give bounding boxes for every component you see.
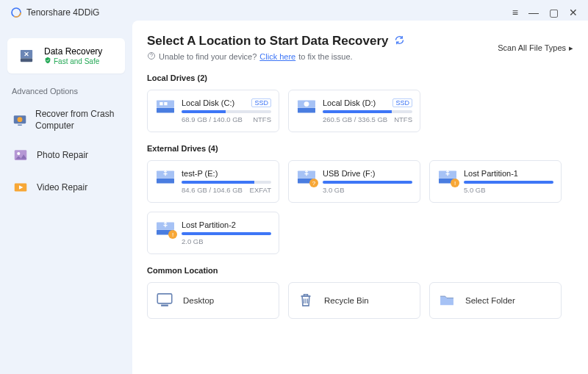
help-text: Unable to find your device? Click here t… <box>147 51 405 62</box>
drive-fs: NTFS <box>253 115 271 123</box>
usb-icon: ? <box>296 168 317 186</box>
location-desktop[interactable]: Desktop <box>147 282 279 319</box>
svg-rect-5 <box>18 124 22 125</box>
monitor-icon <box>12 112 28 129</box>
drive-usage-bar <box>323 181 412 184</box>
sidebar-item-label: Video Repair <box>37 182 87 193</box>
drive-size: 84.6 GB / 104.6 GB <box>182 186 243 194</box>
shield-icon <box>44 57 51 65</box>
svg-rect-27 <box>161 305 168 306</box>
drive-usage-bar <box>182 232 271 235</box>
drive-size: 5.0 GB <box>464 186 486 194</box>
sidebar-item-label: Recover from Crash Computer <box>35 109 121 132</box>
advanced-options-label: Advanced Options <box>0 87 132 101</box>
svg-rect-14 <box>164 102 167 105</box>
usb-icon: ! <box>437 168 458 186</box>
sidebar-item-photo-repair[interactable]: Photo Repair <box>0 139 132 171</box>
drive-size: 68.9 GB / 140.0 GB <box>182 115 243 123</box>
drive-usage-bar <box>464 181 553 184</box>
sidebar-primary-title: Data Recovery <box>44 46 102 57</box>
drive-usage-bar <box>323 110 412 113</box>
svg-rect-11 <box>157 108 174 113</box>
page-title: Select A Location to Start Data Recovery <box>147 34 388 48</box>
svg-point-17 <box>304 101 309 107</box>
svg-rect-26 <box>157 294 172 303</box>
sidebar-item-video-repair[interactable]: Video Repair <box>0 171 132 204</box>
title-bar: Tenorshare 4DDiG ≡ — ▢ ✕ <box>0 0 588 21</box>
ssd-badge: SSD <box>251 98 271 107</box>
hdd-icon <box>155 98 176 115</box>
sidebar-data-recovery[interactable]: Data Recovery Fast and Safe <box>7 38 125 73</box>
drive-usage-bar <box>182 110 271 113</box>
photo-icon <box>12 146 29 164</box>
common-location-list: Desktop Recycle Bin Select Folder <box>147 282 573 319</box>
close-icon[interactable]: ✕ <box>569 7 578 18</box>
warning-badge: ? <box>309 179 318 187</box>
sidebar: Data Recovery Fast and Safe Advanced Opt… <box>0 21 132 374</box>
app-title: Tenorshare 4DDiG <box>26 7 99 18</box>
drive-card[interactable]: test-P (E:) 84.6 GB / 104.6 GB EXFAT <box>147 160 279 203</box>
drive-card[interactable]: Local Disk (D:) SSD 260.5 GB / 336.5 GB … <box>288 90 420 132</box>
scan-file-types[interactable]: Scan All File Types ▸ <box>498 43 573 53</box>
warning-badge: ! <box>451 179 459 187</box>
drive-usage-bar <box>182 181 271 184</box>
svg-rect-2 <box>21 58 32 62</box>
usb-icon <box>155 168 176 186</box>
ssd-badge: SSD <box>392 98 412 107</box>
video-icon <box>12 179 29 196</box>
hdd-icon <box>296 98 317 115</box>
refresh-icon[interactable] <box>394 35 405 48</box>
location-label: Recycle Bin <box>324 296 369 305</box>
maximize-icon[interactable]: ▢ <box>549 7 559 18</box>
drive-size: 2.0 GB <box>182 237 204 245</box>
sidebar-item-crash-recovery[interactable]: Recover from Crash Computer <box>0 101 132 139</box>
drive-size: 3.0 GB <box>323 186 345 194</box>
drive-name: USB Drive (F:) <box>323 169 376 178</box>
help-link[interactable]: Click here <box>259 52 295 61</box>
external-drives-list: test-P (E:) 84.6 GB / 104.6 GB EXFAT ? <box>147 160 573 254</box>
location-select-folder[interactable]: Select Folder <box>429 282 562 319</box>
location-label: Select Folder <box>465 296 515 305</box>
drive-name: test-P (E:) <box>182 169 218 178</box>
menu-icon[interactable]: ≡ <box>512 7 518 18</box>
folder-icon <box>437 290 458 311</box>
svg-point-8 <box>17 152 20 155</box>
usb-icon: ! <box>155 220 176 237</box>
svg-rect-13 <box>159 102 162 105</box>
section-external-drives-title: External Drives (4) <box>147 144 573 153</box>
section-common-location-title: Common Location <box>147 266 573 275</box>
local-drives-list: Local Disk (C:) SSD 68.9 GB / 140.0 GB N… <box>147 90 573 132</box>
drive-fs: NTFS <box>394 115 412 123</box>
drive-size: 260.5 GB / 336.5 GB <box>323 115 387 123</box>
drive-name: Lost Partition-2 <box>182 220 236 229</box>
sidebar-primary-subtitle: Fast and Safe <box>44 57 102 65</box>
drive-name: Local Disk (D:) <box>323 98 376 107</box>
trash-icon <box>296 290 317 311</box>
drive-card[interactable]: ! Lost Partition-1 5.0 GB <box>429 160 562 203</box>
minimize-icon[interactable]: — <box>528 7 539 18</box>
help-icon <box>147 51 156 62</box>
svg-rect-18 <box>157 179 174 184</box>
app-logo-icon <box>10 7 22 18</box>
drive-card[interactable]: ! Lost Partition-2 2.0 GB <box>147 212 279 254</box>
drive-name: Local Disk (C:) <box>182 98 234 107</box>
drive-name: Lost Partition-1 <box>464 169 518 178</box>
drive-card[interactable]: ? USB Drive (F:) 3.0 GB <box>288 160 420 203</box>
desktop-icon <box>155 290 176 311</box>
sidebar-item-label: Photo Repair <box>37 150 88 160</box>
svg-point-6 <box>18 117 23 122</box>
drive-fs: EXFAT <box>250 186 271 194</box>
location-recycle-bin[interactable]: Recycle Bin <box>288 282 420 319</box>
svg-rect-15 <box>298 108 315 113</box>
chevron-right-icon: ▸ <box>569 43 573 53</box>
section-local-drives-title: Local Drives (2) <box>147 73 573 82</box>
warning-badge: ! <box>168 230 177 239</box>
main-panel: Select A Location to Start Data Recovery… <box>132 21 588 374</box>
drive-card[interactable]: Local Disk (C:) SSD 68.9 GB / 140.0 GB N… <box>147 90 279 132</box>
location-label: Desktop <box>183 296 214 305</box>
recovery-icon <box>16 46 37 66</box>
